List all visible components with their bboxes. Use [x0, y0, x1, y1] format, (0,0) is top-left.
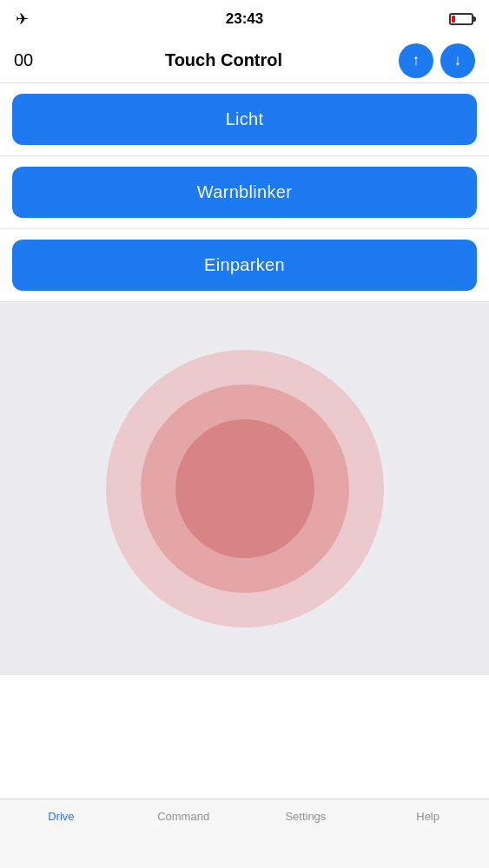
touch-pad[interactable]	[0, 302, 489, 675]
scroll-down-button[interactable]: ↓	[440, 43, 475, 78]
circle-middle	[141, 385, 349, 593]
tab-drive-label: Drive	[48, 810, 74, 823]
circle-inner	[175, 419, 314, 558]
warnblinker-button[interactable]: Warnblinker	[12, 167, 477, 218]
tab-drive[interactable]: Drive	[0, 810, 122, 823]
einparken-button[interactable]: Einparken	[12, 240, 477, 291]
battery-level	[452, 16, 455, 23]
tab-command[interactable]: Command	[122, 810, 245, 823]
battery-icon	[449, 13, 473, 25]
battery-container	[449, 13, 473, 25]
tab-help[interactable]: Help	[367, 810, 489, 823]
warnblinker-row: Warnblinker	[0, 156, 489, 229]
button-list: Licht Warnblinker Einparken	[0, 83, 489, 302]
status-time: 23:43	[226, 10, 263, 28]
airplane-icon: ✈	[16, 10, 29, 29]
nav-bar: 00 Touch Control ↑ ↓	[0, 38, 489, 83]
tab-settings[interactable]: Settings	[245, 810, 367, 823]
circle-outer	[106, 350, 384, 628]
licht-row: Licht	[0, 83, 489, 156]
tab-bar: Drive Command Settings Help	[0, 799, 489, 868]
tab-help-label: Help	[416, 810, 439, 823]
tab-command-label: Command	[157, 810, 209, 823]
nav-buttons: ↑ ↓	[399, 43, 475, 78]
status-bar: ✈ 23:43	[0, 0, 489, 38]
nav-counter: 00	[14, 50, 49, 70]
scroll-up-button[interactable]: ↑	[399, 43, 433, 78]
licht-button[interactable]: Licht	[12, 94, 477, 145]
nav-title: Touch Control	[165, 50, 282, 70]
tab-settings-label: Settings	[285, 810, 326, 823]
einparken-row: Einparken	[0, 229, 489, 302]
